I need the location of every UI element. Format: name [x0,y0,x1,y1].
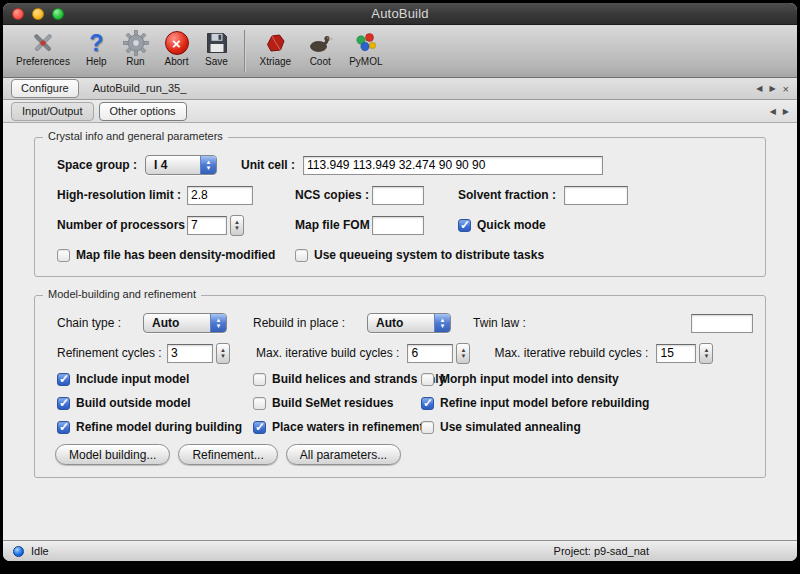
help-button[interactable]: ? Help [79,29,114,67]
high-res-input[interactable] [187,186,253,205]
morph-input-model-checkbox[interactable]: Morph input model into density [421,372,753,386]
space-group-select[interactable]: I 4 ▲▼ [145,155,217,175]
unit-cell-input[interactable] [303,156,603,175]
group-title: Model-building and refinement [43,288,201,300]
rebuild-cycles-label: Max. iterative rebuild cycles : [494,346,648,360]
xtriage-button[interactable]: Xtriage [253,29,299,67]
ncs-copies-input[interactable] [372,186,424,205]
refinement-cycles-label: Refinement cycles : [57,346,167,360]
build-semet-residues-checkbox[interactable]: Build SeMet residues [253,396,421,410]
toolbar-label: Help [86,56,107,67]
chain-type-select[interactable]: Auto ▲▼ [143,313,227,333]
popup-arrows-icon: ▲▼ [210,314,226,332]
stepper-down-icon: ▼ [460,353,466,359]
density-modified-checkbox[interactable]: Map file has been density-modified [57,248,285,262]
toolbar-label: Run [126,56,144,67]
twin-law-input[interactable] [691,314,753,333]
title-bar: AutoBuild [3,3,797,25]
zoom-window-button[interactable] [52,8,64,20]
document-tab-bar: Configure AutoBuild_run_35_ ◀ ▶ × [3,78,797,100]
form-row: Space group : I 4 ▲▼ Unit cell : [57,154,753,176]
toolbar-label: Coot [310,56,331,67]
checkbox-label: Build SeMet residues [272,396,393,410]
rebuild-in-place-select[interactable]: Auto ▲▼ [367,313,451,333]
group-title: Crystal info and general parameters [43,130,228,142]
checkbox-box-icon [295,249,308,262]
stepper-down-icon: ▼ [220,353,226,359]
window-controls [3,8,64,20]
map-fom-input[interactable] [372,216,424,235]
save-button[interactable]: Save [198,29,236,67]
window-title: AutoBuild [3,6,797,21]
form-row: Number of processors : ▲▼ Map file FOM :… [57,214,753,236]
checkbox-box-icon [421,397,434,410]
tab-input-output[interactable]: Input/Output [11,102,94,121]
all-parameters-button[interactable]: All parameters... [286,444,401,465]
queueing-checkbox[interactable]: Use queueing system to distribute tasks [295,248,544,262]
checkbox-label: Morph input model into density [440,372,619,386]
coot-button[interactable]: Coot [300,29,340,67]
toolbar-label: Preferences [16,56,70,67]
form-row: Refinement cycles : ▲▼ Max. iterative bu… [57,342,753,364]
tab-autobuild-run-35[interactable]: AutoBuild_run_35_ [83,79,197,98]
tab-close-icon[interactable]: × [783,85,789,93]
map-fom-label: Map file FOM : [295,218,372,232]
build-cycles-input[interactable] [407,344,453,363]
rebuild-cycles-stepper[interactable]: ▲▼ [699,343,713,364]
build-outside-model-checkbox[interactable]: Build outside model [57,396,253,410]
num-processors-input[interactable] [187,216,227,235]
checkbox-box-icon [253,397,266,410]
checkbox-label: Place waters in refinement [272,420,423,434]
build-cycles-label: Max. iterative build cycles : [256,346,399,360]
refinement-cycles-stepper[interactable]: ▲▼ [216,343,230,364]
stepper-down-icon: ▼ [234,225,240,231]
checkbox-label: Use simulated annealing [440,420,581,434]
model-building-button[interactable]: Model building... [55,444,170,465]
checkbox-box-icon [57,249,70,262]
place-waters-checkbox[interactable]: Place waters in refinement [253,420,421,434]
coot-bird-icon [307,29,333,57]
checkbox-box-icon [421,421,434,434]
quick-mode-checkbox[interactable]: Quick mode [458,218,753,232]
refinement-cycles-input[interactable] [167,344,213,363]
page-tab-scroll-left-icon[interactable]: ◀ [770,107,776,116]
solvent-fraction-input[interactable] [564,186,628,205]
refine-before-rebuilding-checkbox[interactable]: Refine input model before rebuilding [421,396,753,410]
rebuild-in-place-value: Auto [368,314,434,332]
preferences-button[interactable]: Preferences [9,29,77,67]
build-cycles-stepper[interactable]: ▲▼ [456,343,470,364]
checkbox-box-icon [421,373,434,386]
toolbar: Preferences ? Help [3,25,797,78]
button-row: Model building... Refinement... All para… [55,444,753,465]
num-processors-label: Number of processors : [57,218,187,232]
refine-during-building-checkbox[interactable]: Refine model during building [57,420,253,434]
simulated-annealing-checkbox[interactable]: Use simulated annealing [421,420,753,434]
checkbox-label: Quick mode [477,218,546,232]
build-helices-strands-checkbox[interactable]: Build helices and strands only [253,372,421,386]
abort-button[interactable]: × Abort [158,29,196,67]
app-window: AutoBuild Preferences ? Help [3,3,797,561]
include-input-model-checkbox[interactable]: Include input model [57,372,253,386]
run-button[interactable]: Run [116,29,156,67]
checkbox-label: Build helices and strands only [272,372,445,386]
tab-other-options[interactable]: Other options [99,102,187,121]
tab-configure[interactable]: Configure [11,79,79,98]
pymol-button[interactable]: PyMOL [342,29,389,67]
arrow-down-icon: ▼ [206,165,212,171]
tab-scroll-right-icon[interactable]: ▶ [769,84,775,93]
refinement-button[interactable]: Refinement... [178,444,277,465]
main-content: Crystal info and general parameters Spac… [3,123,797,540]
checkbox-box-icon [57,373,70,386]
toolbar-label: PyMOL [349,56,382,67]
high-res-label: High-resolution limit : [57,188,187,202]
checkbox-label: Map file has been density-modified [76,248,275,262]
model-building-group: Model-building and refinement Chain type… [34,295,766,478]
minimize-window-button[interactable] [32,8,44,20]
space-group-value: I 4 [146,156,200,174]
page-tab-scroll-right-icon[interactable]: ▶ [783,107,789,116]
close-window-button[interactable] [12,8,24,20]
status-indicator-icon [13,546,24,557]
rebuild-cycles-input[interactable] [656,344,696,363]
num-processors-stepper[interactable]: ▲▼ [230,215,244,236]
tab-scroll-left-icon[interactable]: ◀ [756,84,762,93]
